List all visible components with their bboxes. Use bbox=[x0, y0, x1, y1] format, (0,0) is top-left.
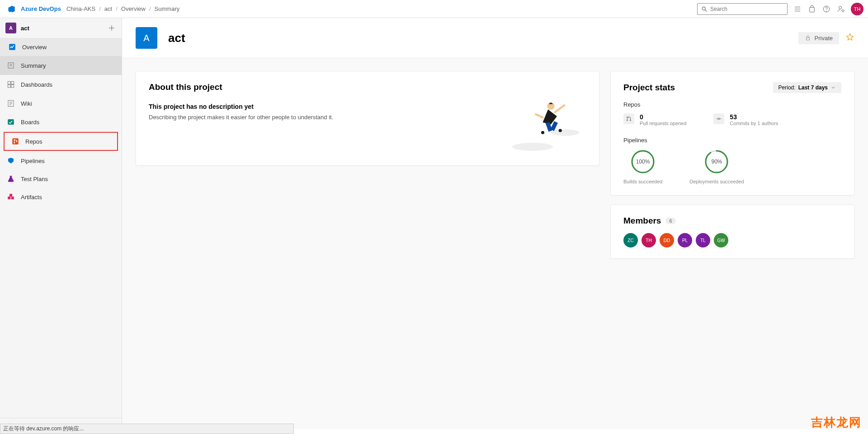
breadcrumb-item[interactable]: Overview bbox=[121, 5, 146, 12]
members-header: Members 6 bbox=[623, 216, 841, 226]
svg-rect-24 bbox=[8, 119, 14, 125]
search-input[interactable] bbox=[710, 6, 783, 12]
repo-stats: 0 Pull requests opened 53 Commits by 1 a… bbox=[623, 113, 841, 126]
chevron-down-icon bbox=[830, 85, 836, 90]
sidebar-item-artifacts[interactable]: Artifacts bbox=[0, 188, 122, 206]
members-count: 6 bbox=[665, 218, 675, 224]
svg-rect-13 bbox=[8, 63, 14, 68]
sidebar-item-summary[interactable]: Summary bbox=[0, 56, 122, 75]
top-header: Azure DevOps China-AKS/ act/ Overview/ S… bbox=[0, 0, 868, 18]
browser-status-bar: 正在等待 dev.azure.com 的响应... bbox=[0, 424, 294, 434]
azure-devops-logo-icon[interactable] bbox=[7, 5, 16, 14]
member-avatar[interactable]: TL bbox=[696, 233, 710, 247]
svg-rect-19 bbox=[11, 85, 14, 88]
svg-point-7 bbox=[826, 11, 827, 11]
svg-point-8 bbox=[839, 6, 842, 9]
builds-ring: 100% Builds succeeded bbox=[623, 149, 662, 184]
svg-rect-18 bbox=[8, 85, 10, 88]
artifacts-icon bbox=[6, 192, 15, 201]
sidebar-item-label: Wiki bbox=[21, 100, 32, 107]
sidebar: A act Overview Summary Dashboards Wiki bbox=[0, 18, 122, 434]
sidebar-item-repos[interactable]: Repos bbox=[5, 133, 117, 150]
svg-point-39 bbox=[541, 131, 544, 134]
user-avatar[interactable]: TH bbox=[851, 3, 863, 15]
help-icon[interactable] bbox=[822, 5, 831, 14]
member-avatar[interactable]: GW bbox=[714, 233, 728, 247]
lock-icon bbox=[805, 35, 811, 41]
svg-line-1 bbox=[705, 9, 707, 11]
member-avatar[interactable]: PL bbox=[678, 233, 692, 247]
dashboard-icon bbox=[6, 80, 15, 89]
about-card: About this project This project has no d… bbox=[136, 71, 599, 166]
sidebar-item-dashboards[interactable]: Dashboards bbox=[0, 75, 122, 94]
pipelines-icon bbox=[6, 156, 15, 165]
period-label: Period: bbox=[778, 84, 796, 91]
search-box[interactable] bbox=[697, 3, 788, 15]
sidebar-item-label: Dashboards bbox=[21, 81, 52, 88]
stat-label: Pull requests opened bbox=[640, 121, 686, 126]
stat-label: Commits by 1 authors bbox=[730, 121, 778, 126]
members-title: Members bbox=[623, 216, 661, 226]
svg-rect-33 bbox=[806, 37, 809, 40]
summary-icon bbox=[6, 61, 15, 70]
stat-commits: 53 Commits by 1 authors bbox=[713, 113, 778, 126]
project-mini-avatar[interactable]: A bbox=[5, 23, 16, 33]
header-left: Azure DevOps China-AKS/ act/ Overview/ S… bbox=[5, 5, 697, 14]
member-avatar[interactable]: ZC bbox=[623, 233, 638, 247]
favorite-button[interactable] bbox=[845, 33, 854, 43]
svg-point-43 bbox=[630, 120, 631, 121]
sidebar-item-testplans[interactable]: Test Plans bbox=[0, 170, 122, 188]
watermark: 吉林龙网 bbox=[811, 415, 862, 430]
svg-rect-5 bbox=[810, 7, 815, 12]
period-selector[interactable]: Period: Last 7 days bbox=[773, 82, 841, 93]
period-value: Last 7 days bbox=[798, 84, 828, 91]
svg-point-9 bbox=[842, 9, 844, 12]
about-title: About this project bbox=[149, 82, 586, 92]
right-column: Project stats Period: Last 7 days Repos bbox=[610, 71, 854, 259]
svg-point-42 bbox=[627, 120, 627, 121]
add-button[interactable] bbox=[107, 23, 116, 33]
visibility-label: Private bbox=[815, 35, 833, 42]
header-right: TH bbox=[697, 3, 863, 15]
breadcrumb: China-AKS/ act/ Overview/ Summary bbox=[66, 5, 179, 12]
sidebar-item-label: Summary bbox=[21, 62, 46, 69]
sidebar-item-wiki[interactable]: Wiki bbox=[0, 94, 122, 113]
svg-rect-17 bbox=[11, 81, 14, 84]
member-avatar[interactable]: DD bbox=[660, 233, 674, 247]
member-avatar[interactable]: TH bbox=[642, 233, 656, 247]
sidebar-item-label: Test Plans bbox=[21, 176, 48, 182]
project-avatar: A bbox=[136, 27, 157, 49]
user-settings-icon[interactable] bbox=[836, 5, 845, 14]
svg-rect-16 bbox=[8, 81, 10, 84]
sidebar-item-label: Repos bbox=[25, 138, 42, 145]
project-mini-label[interactable]: act bbox=[21, 25, 103, 32]
sidebar-item-boards[interactable]: Boards bbox=[0, 113, 122, 131]
stats-header: Project stats Period: Last 7 days bbox=[623, 82, 841, 93]
content-header: A act Private bbox=[122, 18, 868, 58]
stats-title: Project stats bbox=[623, 83, 675, 93]
members-list: ZCTHDDPLTLGW bbox=[623, 233, 841, 247]
ring-value: 100% bbox=[630, 149, 656, 174]
main-wrapper: A act Overview Summary Dashboards Wiki bbox=[0, 18, 868, 434]
sidebar-item-repos-highlight: Repos bbox=[4, 132, 118, 151]
repos-icon bbox=[11, 137, 20, 146]
visibility-badge[interactable]: Private bbox=[798, 32, 839, 44]
breadcrumb-item[interactable]: act bbox=[104, 5, 112, 12]
svg-point-0 bbox=[702, 7, 705, 10]
project-title: act bbox=[168, 31, 185, 45]
svg-rect-29 bbox=[8, 196, 10, 199]
svg-rect-25 bbox=[12, 138, 19, 145]
sidebar-item-overview[interactable]: Overview bbox=[0, 38, 122, 56]
list-icon[interactable] bbox=[793, 5, 802, 14]
ring-caption: Builds succeeded bbox=[623, 179, 662, 184]
sidebar-item-label: Overview bbox=[22, 44, 47, 51]
content: A act Private About this project This pr… bbox=[122, 18, 868, 434]
brand-label[interactable]: Azure DevOps bbox=[21, 5, 61, 12]
ring-caption: Deployments succeeded bbox=[689, 179, 744, 184]
svg-rect-31 bbox=[9, 194, 12, 196]
breadcrumb-item[interactable]: China-AKS bbox=[66, 5, 95, 12]
sidebar-item-pipelines[interactable]: Pipelines bbox=[0, 152, 122, 170]
svg-point-34 bbox=[512, 143, 553, 151]
shopping-bag-icon[interactable] bbox=[807, 5, 816, 14]
breadcrumb-item[interactable]: Summary bbox=[155, 5, 180, 12]
